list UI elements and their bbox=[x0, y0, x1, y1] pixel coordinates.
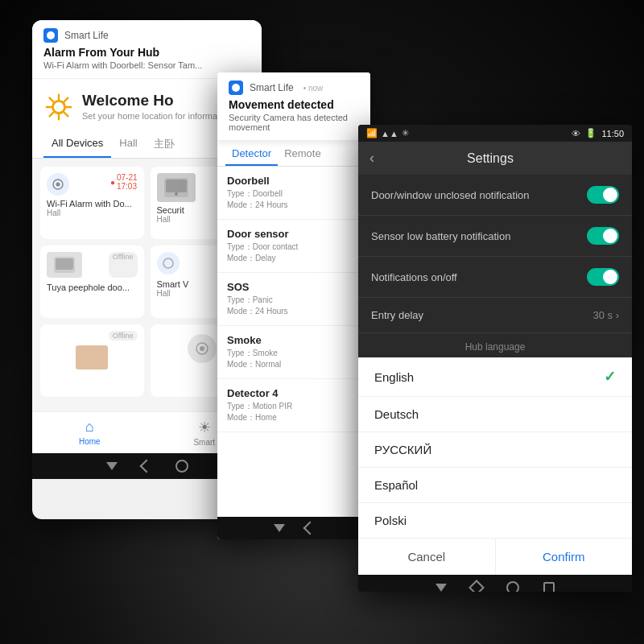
settings-item-door-window: Door/window unclosed notification bbox=[358, 175, 632, 216]
svg-point-13 bbox=[175, 192, 178, 196]
tab-all-devices[interactable]: All Devices bbox=[43, 130, 111, 158]
entry-delay-label: Entry delay bbox=[371, 309, 423, 321]
settings-title: Settings bbox=[382, 151, 598, 166]
screen-2-detector-list: Smart Life • now Movement detected Secur… bbox=[217, 72, 370, 539]
security-thumb bbox=[157, 173, 196, 202]
notification-bar-2: Smart Life • now Movement detected Secur… bbox=[217, 72, 370, 141]
language-option-espanol[interactable]: Español bbox=[358, 468, 632, 503]
svg-point-10 bbox=[56, 183, 60, 187]
notif-title-1: Alarm From Your Hub bbox=[43, 46, 250, 59]
settings-item-entry-delay[interactable]: Entry delay 30 s › bbox=[358, 298, 632, 333]
notif-time-2: • now bbox=[303, 84, 324, 93]
hub-language-section: English ✓ Deutsch РУССКИЙ Español Polski bbox=[358, 357, 632, 539]
language-option-english[interactable]: English ✓ bbox=[358, 357, 632, 397]
detector4-detail: Type：Motion PIRMode：Home bbox=[227, 401, 361, 423]
language-option-russian[interactable]: РУССКИЙ bbox=[358, 432, 632, 468]
notifications-toggle[interactable] bbox=[587, 268, 619, 286]
nav-home-label: Home bbox=[79, 437, 101, 446]
bluetooth-icon: ✳ bbox=[402, 128, 409, 138]
android-nav-2 bbox=[217, 517, 370, 539]
detector4-name: Detector 4 bbox=[227, 387, 361, 399]
device-time: ●07-2117:03 bbox=[110, 173, 138, 191]
svg-line-7 bbox=[64, 98, 68, 102]
sos-detail: Type：PanicMode：24 Hours bbox=[227, 295, 361, 317]
smartlife-app-icon bbox=[43, 28, 58, 43]
device-card-wifi-alarm[interactable]: ●07-2117:03 Wi-Fi Alarm with Do... Hall bbox=[40, 167, 144, 239]
device-name-peephole: Tuya peephole doo... bbox=[47, 283, 138, 292]
android-back-1[interactable] bbox=[106, 462, 118, 470]
smartlife-app-icon-2 bbox=[229, 80, 243, 95]
settings-header-bar: ‹ Settings bbox=[358, 142, 632, 175]
battery-toggle[interactable] bbox=[587, 227, 619, 245]
clock-display: 11:50 bbox=[601, 129, 624, 138]
screen-3-settings: 📶 ▲▲ ✳ 👁 🔋 11:50 ‹ Settings Door/window … bbox=[358, 125, 632, 592]
svg-line-6 bbox=[64, 113, 68, 117]
language-option-polski[interactable]: Polski bbox=[358, 503, 632, 539]
welcome-subtext: Set your home location for information bbox=[82, 111, 232, 121]
notif-subtitle-1: Wi-Fi Alarm with Doorbell: Sensor Tam... bbox=[43, 60, 250, 70]
notification-bar-1: Smart Life Alarm From Your Hub Wi-Fi Ala… bbox=[32, 20, 262, 79]
detector-item-smoke[interactable]: Smoke Type：SmokeMode：Normal bbox=[217, 326, 370, 379]
android-back-3[interactable] bbox=[436, 584, 447, 592]
notif-title-2: Movement detected bbox=[229, 98, 359, 111]
door-sensor-name: Door sensor bbox=[227, 228, 361, 240]
nav-smart-label: Smart bbox=[193, 438, 215, 447]
sun-icon bbox=[43, 92, 74, 122]
device-card-3a[interactable]: Offline bbox=[40, 324, 144, 397]
svg-point-18 bbox=[200, 346, 204, 351]
language-option-deutsch[interactable]: Deutsch bbox=[358, 397, 632, 432]
doorbell-name: Doorbell bbox=[227, 175, 361, 187]
android-home-1[interactable] bbox=[175, 460, 188, 473]
svg-rect-12 bbox=[166, 180, 187, 192]
language-russian: РУССКИЙ bbox=[374, 443, 431, 456]
eye-icon: 👁 bbox=[572, 129, 580, 138]
settings-back-button[interactable]: ‹ bbox=[369, 150, 374, 167]
android-home-3[interactable] bbox=[506, 581, 519, 592]
status-bar-3: 📶 ▲▲ ✳ 👁 🔋 11:50 bbox=[358, 125, 632, 142]
svg-line-5 bbox=[50, 98, 54, 102]
detector-item-doorbell[interactable]: Doorbell Type：DoorbellMode：24 Hours bbox=[217, 167, 370, 220]
notifications-label: Notifications on/off bbox=[371, 271, 457, 283]
detector-item-detector4[interactable]: Detector 4 Type：Motion PIRMode：Home bbox=[217, 379, 370, 432]
wifi-alarm-icon bbox=[47, 173, 69, 196]
dialog-buttons: Cancel Confirm bbox=[358, 539, 632, 575]
language-polski: Polski bbox=[374, 514, 407, 527]
signal-icon: 📶 bbox=[366, 128, 378, 138]
tab-detector[interactable]: Detector bbox=[225, 141, 278, 166]
door-window-toggle[interactable] bbox=[587, 186, 619, 204]
svg-line-8 bbox=[50, 113, 54, 117]
android-back-2[interactable] bbox=[274, 524, 285, 532]
android-nav-3 bbox=[358, 575, 632, 592]
battery-label: Sensor low battery notification bbox=[371, 230, 510, 242]
tab-master-bedroom[interactable]: 主卧 bbox=[146, 130, 183, 158]
smart-icon: ☀ bbox=[198, 419, 211, 436]
detector-item-door-sensor[interactable]: Door sensor Type：Door contactMode：Delay bbox=[217, 220, 370, 273]
svg-point-0 bbox=[52, 101, 64, 113]
wifi-icon: ▲▲ bbox=[381, 129, 398, 138]
door-sensor-detail: Type：Door contactMode：Delay bbox=[227, 242, 361, 264]
android-recent-2[interactable] bbox=[303, 522, 316, 535]
welcome-heading: Welcome Ho bbox=[82, 92, 232, 109]
android-recent-3[interactable] bbox=[469, 580, 485, 592]
settings-item-notifications: Notifications on/off bbox=[358, 257, 632, 298]
tab-hall[interactable]: Hall bbox=[111, 130, 145, 158]
nav-home[interactable]: ⌂ Home bbox=[79, 419, 101, 447]
android-recent-1[interactable] bbox=[139, 460, 153, 473]
detector-tabs: Detector Remote bbox=[217, 141, 370, 167]
notif-app-name-2: Smart Life bbox=[250, 82, 294, 93]
confirm-button[interactable]: Confirm bbox=[496, 539, 633, 575]
android-square-3[interactable] bbox=[543, 582, 555, 592]
device-location-wifi-alarm: Hall bbox=[47, 208, 138, 217]
tab-remote[interactable]: Remote bbox=[278, 141, 328, 166]
peephole-offline-badge: Offline bbox=[109, 252, 138, 278]
nav-smart[interactable]: ☀ Smart bbox=[193, 419, 215, 447]
cancel-button[interactable]: Cancel bbox=[358, 539, 496, 575]
settings-list: Door/window unclosed notification Sensor… bbox=[358, 175, 632, 333]
battery-icon: 🔋 bbox=[585, 128, 597, 138]
detector-item-sos[interactable]: SOS Type：PanicMode：24 Hours bbox=[217, 273, 370, 326]
smoke-name: Smoke bbox=[227, 334, 361, 346]
device-card-peephole[interactable]: Offline Tuya peephole doo... bbox=[40, 246, 144, 318]
english-checkmark: ✓ bbox=[604, 368, 616, 386]
entry-delay-value: 30 s › bbox=[592, 309, 619, 321]
card3a-offline-badge: Offline bbox=[109, 331, 138, 341]
